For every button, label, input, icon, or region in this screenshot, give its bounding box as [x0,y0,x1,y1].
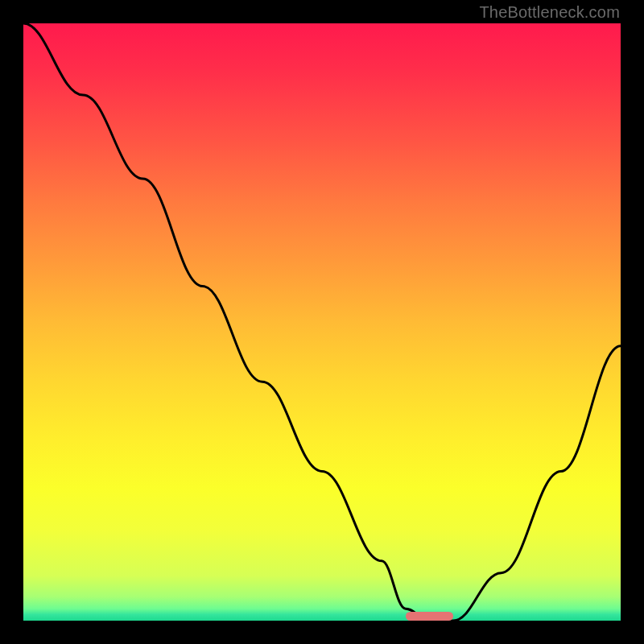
optimal-indicator [406,612,453,621]
chart-container: TheBottleneck.com [0,0,644,644]
plot-area [23,23,621,621]
watermark-text: TheBottleneck.com [479,3,620,22]
bottleneck-curve [23,23,621,621]
